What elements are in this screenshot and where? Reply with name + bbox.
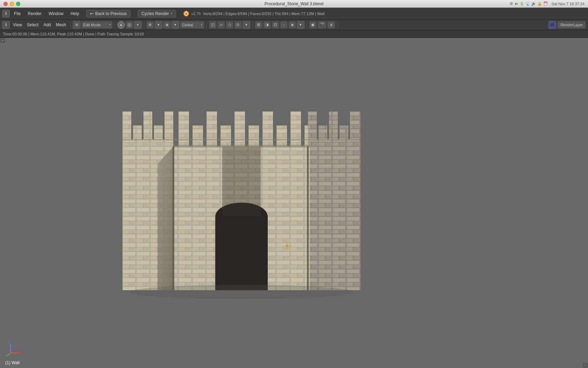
x-axis-label: x (20, 351, 22, 355)
3d-cursor (283, 242, 290, 249)
svg-rect-29 (340, 125, 348, 139)
castle-render (0, 38, 588, 368)
y-axis-label: y (5, 354, 7, 356)
select-menu[interactable]: Select (25, 22, 41, 28)
menu-file[interactable]: File (11, 10, 23, 17)
svg-marker-46 (158, 146, 173, 290)
svg-line-56 (7, 353, 10, 356)
maximize-button[interactable] (16, 2, 20, 6)
back-arrow-icon: ↩ (90, 11, 93, 16)
axes-indicator: z x y (5, 339, 23, 357)
svg-rect-33 (192, 125, 203, 146)
blender-logo-icon (183, 11, 189, 17)
blender-logo-area: v2.76 Verts:8/294 | Edges:6/584 | Faces:… (180, 11, 324, 17)
minimize-button[interactable] (10, 2, 14, 6)
face-select-button[interactable]: ◰ (209, 21, 217, 29)
render-button[interactable]: 🎬 (317, 21, 327, 29)
mesh-menu[interactable]: Mesh (54, 22, 68, 28)
shading-extra-button[interactable]: ▾ (134, 21, 142, 29)
z-axis-label: z (9, 340, 10, 344)
svg-point-50 (130, 285, 354, 299)
object-label-text: (1) Wall (5, 360, 20, 365)
global-label: Global (182, 23, 193, 27)
status-text: Time:00:00.00 | Mem:110.41M, Peak:110.42… (3, 32, 144, 36)
global-chevron-icon: ▾ (201, 23, 202, 26)
snap-alt-button[interactable]: ◈ (288, 21, 296, 29)
playback-group: ◉ 🎬 ⏸ (309, 21, 338, 29)
info-button[interactable]: ℹ (2, 10, 10, 18)
viewport-info-button[interactable]: ℹ (2, 21, 10, 29)
svg-rect-35 (220, 125, 231, 146)
pivot-chevron-icon[interactable]: ▾ (155, 21, 162, 29)
menu-help[interactable]: Help (68, 10, 82, 17)
shading-group: ● ◎ ▾ (117, 21, 144, 29)
object-label: (1) Wall (5, 360, 20, 365)
clipping-button[interactable]: ◑ (263, 21, 271, 29)
svg-rect-27 (318, 125, 327, 139)
overlay-group: ◰ ▱ ◇ ⊙ ▾ (209, 21, 253, 29)
snap-chevron-icon[interactable]: ▾ (172, 21, 179, 29)
svg-rect-38 (262, 111, 273, 146)
viewport-toolbar: ℹ View Select Add Mesh ⊞ Edit Mode ▾ ● ◎… (0, 20, 588, 30)
svg-rect-24 (164, 111, 173, 139)
renderlayer-group: ⬛ RenderLayer (548, 21, 586, 29)
svg-rect-30 (350, 111, 360, 139)
xray-button[interactable]: ⊡ (272, 21, 279, 29)
menu-window[interactable]: Window (46, 10, 66, 17)
view-options-group: ⊞ ◑ ⊡ ↑ ◈ ▾ (255, 21, 307, 29)
material-button[interactable]: ◉ (309, 21, 317, 29)
mode-menu-group: View Select Add Mesh (11, 22, 71, 28)
stats-bar: Verts:8/294 | Edges:6/584 | Faces:0/292 … (203, 12, 324, 16)
snap-button[interactable]: ◈ (163, 21, 171, 29)
edit-mode-label: Edit Mode (83, 23, 101, 27)
window-title: Procedural_Stone_Wall 3.blend (265, 1, 323, 6)
wireframe-shading-button[interactable]: ◎ (126, 21, 133, 29)
proportional-button[interactable]: ⊙ (234, 21, 242, 29)
svg-rect-25 (308, 139, 360, 290)
svg-rect-48 (307, 146, 309, 290)
svg-rect-23 (154, 125, 163, 139)
svg-rect-22 (144, 111, 152, 139)
info-icon: ℹ (5, 11, 7, 16)
svg-rect-21 (133, 125, 142, 139)
mac-icons: ⚙ ⏯ 🔋 📡 🔊 🔒 ⏰ (510, 1, 548, 6)
svg-rect-49 (122, 139, 360, 141)
normals-button[interactable]: ↑ (280, 21, 288, 29)
close-button[interactable] (4, 2, 8, 6)
cycles-chevron-icon: ▾ (171, 12, 172, 15)
proportional-chevron-icon[interactable]: ▾ (243, 21, 250, 29)
renderlayer-icon: ⬛ (548, 21, 556, 29)
viewport-info-icon: ℹ (5, 22, 7, 27)
view-menu[interactable]: View (11, 22, 24, 28)
main-menubar: ℹ File Render Window Help ↩ Back to Prev… (0, 8, 588, 20)
global-dropdown[interactable]: Global ▾ (180, 21, 204, 29)
svg-rect-34 (206, 111, 217, 146)
transform-group: ⊕ ▾ ◈ ▾ Global ▾ (146, 21, 207, 29)
cycles-render-button[interactable]: Cycles Render ▾ (138, 10, 176, 18)
renderlayer-label: RenderLayer (560, 23, 583, 27)
mode-icon-button[interactable]: ⊞ (73, 21, 80, 29)
mirror-button[interactable]: ⊞ (255, 21, 262, 29)
menu-render[interactable]: Render (25, 10, 44, 17)
title-bar-right: ⚙ ⏯ 🔋 📡 🔊 🔒 ⏰ Sat Nov 7 18:37:24 (510, 1, 584, 6)
datetime: Sat Nov 7 18:37:24 (552, 2, 584, 6)
solid-shading-button[interactable]: ● (117, 21, 125, 29)
svg-rect-41 (304, 125, 308, 146)
snap-alt-chevron-icon[interactable]: ▾ (297, 21, 304, 29)
svg-rect-26 (308, 111, 317, 139)
edge-select-button[interactable]: ▱ (217, 21, 225, 29)
cycles-label: Cycles Render (141, 11, 169, 16)
pause-button[interactable]: ⏸ (327, 21, 335, 29)
traffic-lights[interactable] (4, 2, 20, 6)
pivot-button[interactable]: ⊕ (146, 21, 154, 29)
svg-rect-37 (248, 125, 259, 146)
svg-rect-47 (173, 146, 174, 290)
renderlayer-button[interactable]: RenderLayer (557, 21, 586, 29)
viewport[interactable]: + + (0, 38, 588, 368)
edit-mode-chevron-icon: ▾ (109, 23, 111, 26)
back-to-previous-button[interactable]: ↩ Back to Previous (86, 10, 131, 18)
add-menu[interactable]: Add (41, 22, 53, 28)
vertex-select-button[interactable]: ◇ (226, 21, 233, 29)
castle-svg (122, 76, 360, 322)
edit-mode-dropdown[interactable]: Edit Mode ▾ (81, 21, 113, 29)
